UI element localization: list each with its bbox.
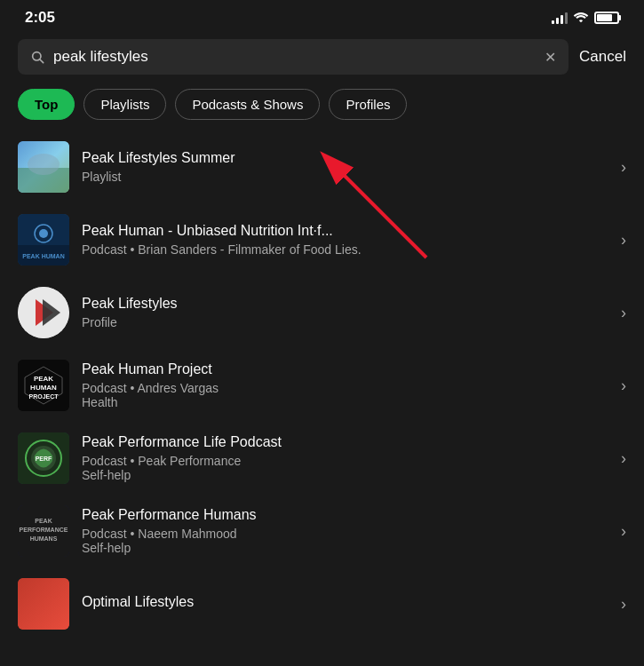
result-thumbnail: PEAK PERFORMANCE HUMANS (18, 505, 69, 557)
svg-text:PERF: PERF (36, 456, 52, 462)
result-thumbnail (18, 141, 69, 193)
result-info: Peak Human Project Podcast • Andres Varg… (82, 361, 608, 409)
svg-text:HUMANS: HUMANS (30, 535, 58, 542)
chevron-right-icon: › (621, 449, 626, 468)
clear-icon[interactable]: ✕ (545, 49, 556, 66)
svg-point-4 (28, 154, 60, 175)
result-thumbnail: PERF (18, 432, 69, 484)
result-thumbnail (18, 578, 69, 630)
result-info: Peak Performance Humans Podcast • Naeem … (82, 507, 608, 555)
tab-podcasts[interactable]: Podcasts & Shows (175, 89, 320, 120)
result-info: Peak Lifestyles Summer Playlist (82, 150, 608, 184)
svg-text:PEAK: PEAK (35, 518, 52, 524)
svg-text:PEAK HUMAN: PEAK HUMAN (22, 253, 64, 259)
list-item[interactable]: Peak Lifestyles Summer Playlist › (18, 131, 626, 203)
result-subtitle-line2: Self-help (82, 468, 608, 482)
tab-top[interactable]: Top (18, 89, 75, 120)
svg-line-1 (40, 59, 44, 63)
list-item[interactable]: PEAK HUMAN PROJECT Peak Human Project Po… (18, 349, 626, 422)
filter-tabs: Top Playlists Podcasts & Shows Profiles (0, 82, 644, 131)
result-info: Optimal Lifestyles (82, 594, 608, 614)
battery-icon (594, 12, 619, 24)
result-subtitle: Podcast • Naeem Mahmood (82, 527, 608, 541)
result-subtitle: Podcast • Brian Sanders - Filmmaker of F… (82, 242, 608, 257)
chevron-right-icon: › (621, 377, 626, 395)
result-info: Peak Human - Unbiased Nutrition Int·f...… (82, 223, 608, 257)
svg-text:PERFORMANCE: PERFORMANCE (20, 527, 68, 533)
svg-rect-26 (18, 578, 69, 630)
result-title: Optimal Lifestyles (82, 594, 608, 610)
result-subtitle-line2: Self-help (82, 541, 608, 555)
result-thumbnail: PEAK HUMAN (18, 214, 69, 266)
result-info: Peak Performance Life Podcast Podcast • … (82, 434, 608, 482)
signal-icon (552, 12, 568, 24)
result-subtitle: Playlist (82, 170, 608, 184)
result-title: Peak Lifestyles Summer (82, 150, 608, 166)
list-item[interactable]: Peak Lifestyles Profile › (18, 276, 626, 349)
chevron-right-icon: › (621, 522, 626, 541)
result-subtitle-line2: Health (82, 395, 608, 409)
search-bar: peak lifestyles ✕ Cancel (0, 32, 644, 82)
result-subtitle: Podcast • Peak Performance (82, 454, 608, 468)
result-title: Peak Lifestyles (82, 296, 608, 312)
chevron-right-icon: › (621, 595, 626, 614)
svg-text:HUMAN: HUMAN (30, 384, 57, 392)
result-info: Peak Lifestyles Profile (82, 296, 608, 329)
tab-profiles[interactable]: Profiles (329, 89, 407, 120)
result-title: Peak Performance Humans (82, 507, 608, 523)
svg-text:PROJECT: PROJECT (28, 393, 59, 400)
results-list: Peak Lifestyles Summer Playlist › PEAK H… (0, 131, 644, 633)
result-thumbnail (18, 287, 69, 338)
status-bar: 2:05 (0, 0, 644, 32)
result-subtitle: Podcast • Andres Vargas (82, 381, 608, 395)
list-item[interactable]: PEAK PERFORMANCE HUMANS Peak Performance… (18, 495, 626, 567)
search-icon (30, 50, 44, 64)
cancel-button[interactable]: Cancel (579, 48, 626, 66)
result-title: Peak Human Project (82, 361, 608, 377)
list-item[interactable]: PERF Peak Performance Life Podcast Podca… (18, 422, 626, 495)
svg-text:PEAK: PEAK (34, 375, 53, 383)
search-input-container[interactable]: peak lifestyles ✕ (18, 39, 568, 75)
result-title: Peak Performance Life Podcast (82, 434, 608, 450)
status-icons (552, 12, 619, 24)
chevron-right-icon: › (621, 158, 626, 177)
wifi-icon (573, 12, 589, 24)
status-time: 2:05 (25, 9, 55, 27)
result-title: Peak Human - Unbiased Nutrition Int·f... (82, 223, 608, 239)
tab-playlists[interactable]: Playlists (83, 89, 166, 120)
chevron-right-icon: › (621, 231, 626, 250)
list-item[interactable]: Optimal Lifestyles › (18, 567, 626, 633)
search-input[interactable]: peak lifestyles (53, 48, 536, 66)
result-thumbnail: PEAK HUMAN PROJECT (18, 360, 69, 411)
svg-point-8 (39, 229, 48, 238)
result-subtitle: Profile (82, 315, 608, 329)
list-item[interactable]: PEAK HUMAN Peak Human - Unbiased Nutriti… (18, 203, 626, 276)
chevron-right-icon: › (621, 304, 626, 322)
